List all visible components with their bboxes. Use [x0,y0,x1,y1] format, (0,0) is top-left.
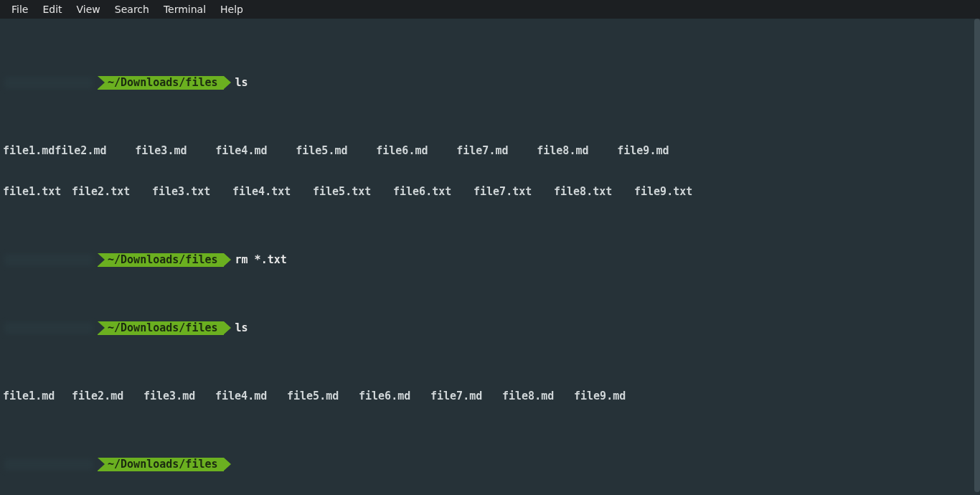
menu-search[interactable]: Search [108,1,156,17]
prompt-line-3: ~/Downloads/files ls [3,321,977,335]
user-host-redacted [4,77,93,89]
file-entry: file3.md [135,144,215,158]
file-entry: file5.md [287,390,359,403]
file-entry: file8.md [537,144,617,158]
file-entry: file7.md [456,144,537,158]
command-3: ls [235,321,248,335]
file-entry: file6.md [376,144,456,158]
file-entry: file4.md [215,390,287,403]
file-entry: file1.md [3,144,55,157]
file-entry: file3.md [143,390,215,403]
file-entry: file5.md [296,144,376,158]
scrollbar-thumb[interactable] [974,19,980,492]
ls-output-1b: file1.txtfile2.txtfile3.txtfile4.txtfile… [3,185,977,199]
file-entry: file3.txt [152,185,232,199]
menu-edit[interactable]: Edit [35,1,69,17]
file-entry: file2.md [72,390,143,403]
file-entry: file1.md [3,390,72,403]
prompt-line-2: ~/Downloads/files rm *.txt [3,253,977,267]
file-entry: file2.txt [72,185,152,199]
file-entry: file8.txt [554,185,634,199]
prompt-line-current[interactable]: ~/Downloads/files [3,458,977,471]
file-entry: file1.txt [3,185,72,199]
file-entry: file9.txt [634,185,715,199]
file-entry: file7.md [430,390,502,403]
file-entry: file6.txt [393,185,473,199]
prompt-path: ~/Downloads/files [98,458,224,471]
prompt-path: ~/Downloads/files [98,76,224,90]
prompt-path: ~/Downloads/files [98,321,224,335]
file-entry: file2.md [55,144,135,158]
menu-terminal[interactable]: Terminal [156,1,213,17]
prompt-line-1: ~/Downloads/files ls [3,76,977,90]
command-2: rm *.txt [235,253,287,267]
file-entry: file9.md [617,144,697,158]
user-host-redacted [4,458,93,471]
file-entry: file5.txt [313,185,393,199]
menu-help[interactable]: Help [213,1,250,17]
file-entry: file4.md [215,144,296,158]
file-entry: file8.md [502,390,574,403]
file-entry: file9.md [574,390,646,403]
menu-file[interactable]: File [4,1,35,17]
ls-output-2: file1.mdfile2.mdfile3.mdfile4.mdfile5.md… [3,390,977,403]
user-host-redacted [4,322,93,334]
file-entry: file4.txt [232,185,313,199]
command-1: ls [235,76,248,90]
terminal-area[interactable]: ~/Downloads/files ls file1.mdfile2.mdfil… [0,19,980,495]
file-entry: file6.md [359,390,430,403]
menubar: File Edit View Search Terminal Help [0,0,980,19]
menu-view[interactable]: View [70,1,108,17]
ls-output-1: file1.mdfile2.mdfile3.mdfile4.mdfile5.md… [3,144,977,158]
user-host-redacted [4,254,93,266]
prompt-path: ~/Downloads/files [98,253,224,267]
scrollbar[interactable] [973,19,980,495]
file-entry: file7.txt [473,185,554,199]
